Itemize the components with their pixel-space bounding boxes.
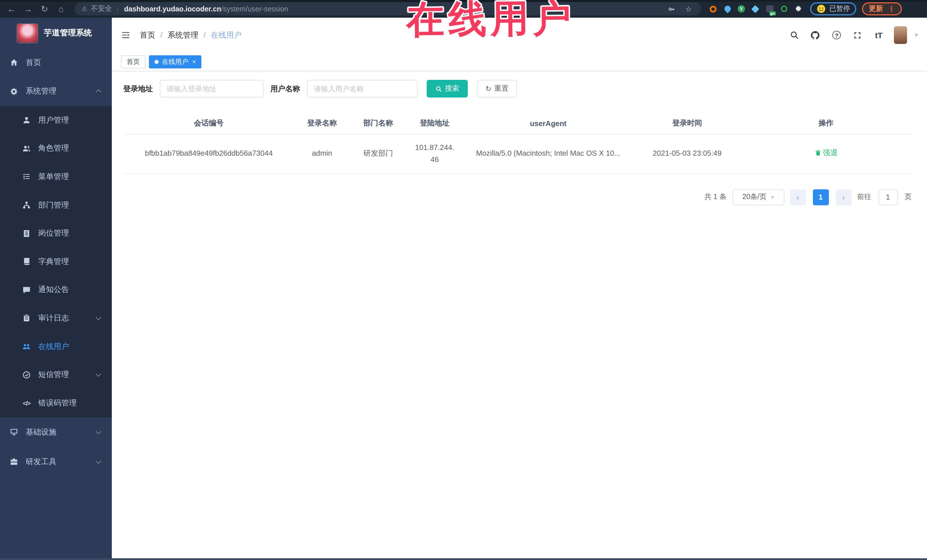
breadcrumb-current: 在线用户 (211, 30, 242, 40)
tags-view-bar: 首页 在线用户 × (112, 52, 927, 71)
cell-action: 强退 (740, 134, 912, 173)
github-icon[interactable] (810, 29, 821, 41)
col-login-name: 登录名称 (294, 113, 350, 134)
message-icon (22, 286, 31, 294)
bookmark-star-icon[interactable]: ☆ (683, 3, 694, 15)
extension-drop-icon[interactable] (723, 5, 731, 13)
password-key-icon[interactable] (666, 3, 677, 15)
login-address-input[interactable] (160, 80, 264, 97)
cell-login-time: 2021-05-03 23:05:49 (634, 134, 740, 173)
chevron-down-icon: ▾ (771, 194, 774, 200)
extension-magnifier-icon[interactable] (780, 5, 788, 13)
sidebar-item-online-users[interactable]: 在线用户 (0, 332, 112, 361)
url-path: /system/user-session (221, 5, 288, 13)
users-icon (22, 144, 31, 153)
total-count: 共 1 条 (704, 192, 726, 202)
back-icon[interactable]: ← (6, 3, 17, 15)
id-badge-icon (22, 229, 31, 238)
col-session-id: 会话编号 (123, 113, 294, 134)
list-icon (22, 173, 31, 181)
sidebar-item-audit-log[interactable]: 审计日志 (0, 304, 112, 332)
search-icon[interactable] (789, 29, 800, 41)
avatar-caret-icon[interactable]: ▾ (915, 31, 918, 39)
force-logout-button[interactable]: 强退 (815, 147, 838, 159)
browser-update-chip[interactable]: 更新 ⋮ (862, 2, 902, 15)
font-size-icon[interactable]: tT (873, 29, 884, 41)
trash-icon (815, 150, 821, 156)
sidebar-item-system-management[interactable]: 系统管理 (0, 76, 112, 106)
sidebar-item-errorcode-management[interactable]: </> 错误码管理 (0, 389, 112, 417)
sidebar-item-notice[interactable]: 通知公告 (0, 276, 112, 304)
header-actions: ? tT ▾ (789, 26, 918, 44)
extension-spark-icon[interactable] (751, 5, 759, 13)
sidebar-item-post-management[interactable]: 岗位管理 (0, 219, 112, 247)
sidebar-item-user-management[interactable]: 用户管理 (0, 106, 112, 134)
app-header: 首页 / 系统管理 / 在线用户 ? tT ▾ (112, 18, 927, 52)
close-icon[interactable]: × (192, 58, 196, 65)
sidebar-item-role-management[interactable]: 角色管理 (0, 134, 112, 162)
profile-paused-chip[interactable]: 已暂停 (810, 2, 856, 15)
tag-home[interactable]: 首页 (121, 55, 146, 68)
gear-icon (10, 87, 18, 96)
username-label: 用户名称 (271, 83, 300, 94)
reset-button[interactable]: ↻ 重置 (477, 80, 517, 97)
filter-form: 登录地址 用户名称 搜索 ↻ 重置 (123, 80, 916, 97)
sidebar-item-dict-management[interactable]: 字典管理 (0, 247, 112, 276)
refresh-icon: ↻ (485, 84, 491, 93)
sidebar-item-dept-management[interactable]: 部门管理 (0, 191, 112, 219)
chevron-down-icon (96, 458, 101, 464)
sidebar-item-home[interactable]: 首页 (0, 49, 112, 76)
breadcrumb-separator: / (204, 31, 206, 39)
security-label[interactable]: 不安全 (91, 4, 112, 14)
forward-icon[interactable]: → (22, 3, 33, 15)
login-address-label: 登录地址 (123, 83, 153, 94)
search-icon (435, 85, 442, 92)
col-actions: 操作 (740, 113, 912, 134)
page-size-select[interactable]: 20条/页 ▾ (732, 189, 784, 205)
col-login-address: 登陆地址 (407, 113, 463, 134)
sidebar-item-menu-management[interactable]: 菜单管理 (0, 162, 112, 191)
clipboard-icon (22, 314, 31, 322)
pagination: 共 1 条 20条/页 ▾ ‹ 1 › 前往 页 (123, 189, 912, 205)
username-input[interactable] (307, 80, 418, 97)
sessions-table: 会话编号 登录名称 部门名称 登陆地址 userAgent 登录时间 操作 bf… (123, 113, 912, 174)
paused-badge: 已暂停 (830, 4, 850, 14)
breadcrumb: 首页 / 系统管理 / 在线用户 (140, 30, 242, 40)
fullscreen-icon[interactable] (852, 29, 863, 41)
hamburger-icon[interactable] (121, 30, 131, 40)
table-header-row: 会话编号 登录名称 部门名称 登陆地址 userAgent 登录时间 操作 (123, 113, 912, 134)
browser-menu-icon[interactable]: ⋮ (887, 5, 895, 13)
help-icon[interactable]: ? (831, 29, 842, 41)
chevron-down-icon (96, 314, 101, 320)
app-logo-row[interactable]: 芋道管理系统 (0, 18, 112, 49)
col-login-time: 登录时间 (634, 113, 740, 134)
page-unit-label: 页 (904, 192, 912, 202)
search-button[interactable]: 搜索 (427, 80, 468, 97)
reload-icon[interactable]: ↻ (39, 3, 50, 15)
breadcrumb-separator: / (160, 31, 163, 39)
sidebar-item-sms-management[interactable]: 短信管理 (0, 361, 112, 389)
goto-page-input[interactable] (878, 189, 898, 205)
update-button[interactable]: 更新 (869, 4, 883, 14)
breadcrumb-home[interactable]: 首页 (140, 30, 155, 40)
prev-page-button[interactable]: ‹ (790, 189, 806, 205)
col-user-agent: userAgent (463, 113, 634, 134)
address-bar[interactable]: ⚠ 不安全 | dashboard.yudao.iocoder.cn/syste… (75, 2, 701, 15)
cell-user-agent: Mozilla/5.0 (Macintosh; Intel Mac OS X 1… (463, 134, 634, 173)
extension-orange-icon[interactable] (709, 5, 717, 13)
sidebar-item-dev-tools[interactable]: 研发工具 (0, 447, 112, 477)
extension-database-icon[interactable]: gn (766, 5, 774, 13)
chevron-down-icon (96, 428, 101, 434)
next-page-button[interactable]: › (836, 189, 851, 205)
sidebar: 芋道管理系统 首页 系统管理 用户管理 角色管理 菜单管理 部门管理 (0, 18, 112, 560)
browser-home-icon[interactable]: ⌂ (55, 3, 67, 15)
extension-v-icon[interactable]: V (738, 5, 745, 12)
breadcrumb-system[interactable]: 系统管理 (168, 30, 199, 40)
tag-online-users[interactable]: 在线用户 × (149, 55, 202, 68)
sidebar-item-infrastructure[interactable]: 基础设施 (0, 417, 112, 447)
current-page-button[interactable]: 1 (813, 189, 828, 205)
goto-label: 前往 (857, 192, 871, 202)
cell-ip: 101.87.244. 46 (407, 134, 463, 173)
extensions-puzzle-icon[interactable] (794, 5, 802, 13)
user-avatar[interactable] (894, 26, 907, 44)
